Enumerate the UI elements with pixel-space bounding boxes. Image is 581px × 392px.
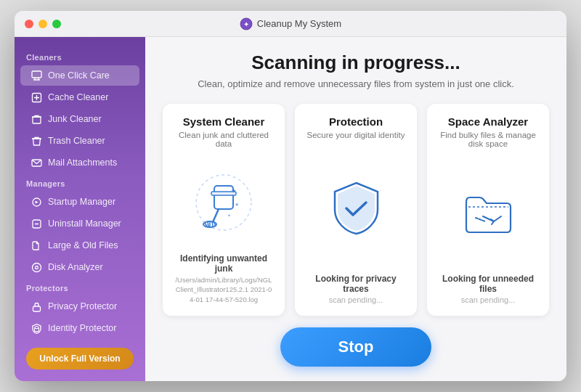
trash-icon	[31, 135, 42, 147]
cleaners-section-label: Cleaners	[15, 47, 145, 65]
sidebar-item-trash-cleaner[interactable]: Trash Cleaner	[20, 131, 139, 151]
protectors-section-label: Protectors	[15, 278, 145, 295]
sidebar-item-large-old-files[interactable]: Large & Old Files	[20, 235, 139, 256]
svg-line-18	[213, 209, 219, 222]
sidebar-item-label: Privacy Protector	[48, 301, 117, 311]
cache-icon	[31, 91, 42, 103]
startup-icon	[31, 196, 42, 208]
stop-button[interactable]: Stop	[280, 327, 432, 367]
svg-point-12	[35, 266, 38, 269]
sidebar-item-disk-analyzer[interactable]: Disk Analyzer	[20, 257, 139, 277]
system-cleaner-subtitle: Clean junk and cluttered data	[174, 131, 273, 148]
app-window: ✦ Cleanup My System Cleaners One Click C…	[15, 11, 566, 381]
titlebar-title: ✦ Cleanup My System	[240, 17, 341, 30]
shield-lock-icon	[31, 322, 42, 334]
sidebar-item-label: Startup Manager	[48, 197, 115, 207]
sidebar-item-cache-cleaner[interactable]: Cache Cleaner	[20, 87, 139, 107]
svg-line-21	[208, 221, 208, 226]
svg-rect-13	[33, 306, 40, 311]
app-icon: ✦	[240, 17, 253, 30]
uninstall-icon	[31, 218, 42, 229]
sidebar-item-label: Trash Cleaner	[48, 136, 105, 146]
space-analyzer-subtitle: Find bulky files & manage disk space	[439, 131, 537, 148]
svg-text:★: ★	[235, 202, 239, 207]
svg-text:✦: ✦	[231, 187, 237, 195]
sidebar-item-label: One Click Care	[48, 70, 110, 81]
system-cleaner-visual: ✦ ★ ✦	[174, 155, 273, 249]
sidebar-item-startup-manager[interactable]: Startup Manager	[20, 192, 139, 212]
protection-subtitle: Secure your digital identity	[307, 131, 405, 139]
maximize-button[interactable]	[52, 20, 61, 28]
disk-icon	[31, 261, 42, 273]
files-icon	[31, 240, 42, 251]
sidebar-item-junk-cleaner[interactable]: Junk Cleaner	[20, 109, 139, 129]
cards-row: System Cleaner Clean junk and cluttered …	[163, 104, 549, 316]
traffic-lights	[25, 20, 61, 28]
mail-icon	[31, 157, 42, 168]
svg-point-11	[32, 263, 41, 271]
protection-visual	[306, 147, 405, 269]
folder-scan-icon	[458, 181, 519, 243]
svg-line-29	[494, 216, 501, 221]
space-analyzer-pending: scan pending...	[461, 295, 516, 304]
close-button[interactable]	[25, 20, 33, 28]
sidebar-item-label: Disk Analyzer	[48, 262, 103, 272]
space-analyzer-status: Looking for unneeded files	[439, 274, 537, 294]
sidebar-item-label: Junk Cleaner	[48, 114, 102, 124]
stop-button-container: Stop	[163, 327, 549, 367]
sidebar-item-label: Identity Protector	[48, 323, 117, 333]
titlebar-text: Cleanup My System	[257, 18, 341, 29]
protection-pending: scan pending...	[329, 295, 383, 304]
page-title: Scanning in progress...	[163, 52, 549, 74]
protection-card: Protection Secure your digital identity …	[295, 104, 417, 316]
monitor-icon	[31, 70, 42, 81]
svg-rect-2	[32, 71, 41, 78]
svg-line-23	[212, 221, 213, 226]
sidebar-bottom: Unlock Full Version	[15, 339, 145, 378]
sidebar-item-one-click-care[interactable]: One Click Care	[20, 65, 139, 86]
svg-point-15	[196, 175, 251, 230]
system-cleaner-status: Identifying unwanted junk	[174, 253, 273, 274]
svg-line-30	[476, 218, 485, 221]
sidebar-item-label: Cache Cleaner	[48, 92, 108, 102]
svg-rect-14	[34, 328, 38, 331]
content-area: Cleaners One Click Care Cache Cleaner Ju…	[15, 37, 566, 381]
system-cleaner-file: /Users/admin/Library/Logs/NGLClient_Illu…	[174, 275, 273, 304]
system-cleaner-card: System Cleaner Clean junk and cluttered …	[163, 104, 285, 316]
unlock-full-version-button[interactable]: Unlock Full Version	[26, 348, 134, 369]
sidebar-item-label: Large & Old Files	[48, 240, 118, 250]
junk-icon	[31, 113, 42, 125]
svg-text:✦: ✦	[243, 20, 248, 28]
shield-icon	[325, 177, 387, 239]
sidebar-item-uninstall-manager[interactable]: Uninstall Manager	[20, 213, 139, 234]
managers-section-label: Managers	[15, 173, 145, 191]
svg-rect-7	[33, 117, 41, 123]
system-cleaner-title: System Cleaner	[183, 115, 265, 128]
space-analyzer-card: Space Analyzer Find bulky files & manage…	[427, 104, 549, 316]
space-analyzer-visual	[439, 155, 537, 269]
space-analyzer-title: Space Analyzer	[448, 115, 528, 128]
main-header: Scanning in progress... Clean, optimize …	[163, 52, 549, 89]
main-content: Scanning in progress... Clean, optimize …	[145, 37, 566, 381]
protection-status: Looking for privacy traces	[306, 274, 405, 294]
broom-animation-icon: ✦ ★ ✦	[191, 170, 256, 235]
page-subtitle: Clean, optimize and remove unnecessary f…	[163, 78, 549, 89]
svg-text:✦: ✦	[227, 213, 231, 218]
sidebar-item-privacy-protector[interactable]: Privacy Protector	[20, 296, 139, 317]
lock-icon	[31, 301, 42, 312]
sidebar-item-label: Mail Attachments	[48, 158, 117, 168]
protection-title: Protection	[329, 115, 383, 128]
minimize-button[interactable]	[38, 20, 47, 28]
sidebar-item-identity-protector[interactable]: Identity Protector	[20, 318, 139, 338]
sidebar-item-mail-attachments[interactable]: Mail Attachments	[20, 152, 139, 173]
titlebar: ✦ Cleanup My System	[15, 11, 566, 37]
sidebar-item-label: Uninstall Manager	[48, 219, 121, 229]
sidebar: Cleaners One Click Care Cache Cleaner Ju…	[15, 37, 145, 381]
